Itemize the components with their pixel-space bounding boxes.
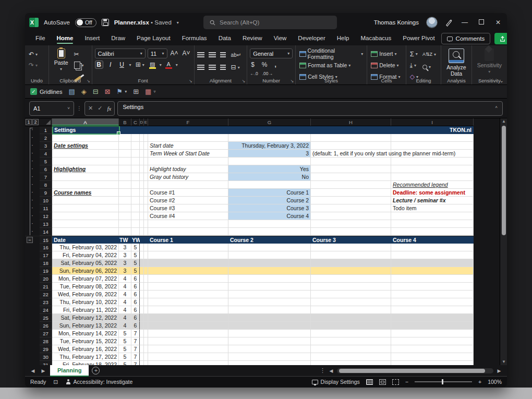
cell-H29[interactable]	[311, 345, 391, 353]
cell-I5[interactable]	[391, 158, 474, 165]
row-number-19[interactable]: 19	[40, 267, 52, 275]
horizontal-scroll-thumb[interactable]	[339, 369, 485, 373]
cell-F12[interactable]: Course #4	[148, 212, 228, 220]
row-number-21[interactable]: 21	[40, 283, 52, 291]
ribbon-tab-help[interactable]: Help	[332, 33, 355, 44]
cell-H4[interactable]: (default: 1, edit if you only start usin…	[311, 150, 391, 158]
merge-center-button[interactable]: ⊟ ▾	[230, 63, 241, 72]
cell-A22[interactable]: Wed, February 09, 2022	[52, 291, 119, 298]
cell-C23[interactable]: 6	[131, 298, 140, 306]
cell-C17[interactable]: 5	[131, 251, 140, 259]
cell-I14[interactable]	[391, 228, 474, 236]
row-number-30[interactable]: 30	[40, 353, 52, 361]
cell-G13[interactable]	[228, 220, 311, 228]
vertical-scrollbar[interactable]: ▲ ▼	[500, 118, 507, 365]
cell-B11[interactable]	[119, 204, 131, 212]
col-header-H[interactable]: H	[311, 118, 391, 126]
cell-G31[interactable]	[228, 361, 311, 365]
cell-E25[interactable]	[144, 314, 148, 322]
row-number-20[interactable]: 20	[40, 275, 52, 283]
normal-view-icon[interactable]	[366, 379, 373, 385]
maximize-button[interactable]	[477, 19, 486, 26]
cell-C2[interactable]	[131, 134, 140, 142]
cell-F29[interactable]	[148, 345, 228, 353]
cell-E10[interactable]	[144, 197, 148, 204]
cell-D28[interactable]	[140, 337, 144, 345]
ribbon-tab-macabacus[interactable]: Macabacus	[355, 33, 396, 44]
cell-A26[interactable]: Sun, February 13, 2022	[52, 322, 119, 330]
ribbon-tab-insert[interactable]: Insert	[79, 33, 105, 44]
find-select-button[interactable]: ▾	[421, 62, 437, 71]
cell-F27[interactable]	[148, 330, 228, 337]
cell-C18[interactable]: 5	[131, 259, 140, 267]
cell-C13[interactable]	[131, 220, 140, 228]
cell-D30[interactable]	[140, 353, 144, 361]
cell-I16[interactable]	[391, 244, 474, 251]
comments-button[interactable]: Comments	[441, 33, 491, 44]
cell-D22[interactable]	[140, 291, 144, 298]
cell-C24[interactable]: 6	[131, 306, 140, 314]
cell-F3[interactable]: Start date	[148, 142, 228, 150]
cell-I28[interactable]	[391, 337, 474, 345]
cell-G22[interactable]	[228, 291, 311, 298]
select-all-corner[interactable]	[40, 118, 52, 126]
cell-H17[interactable]	[311, 251, 391, 259]
row-number-8[interactable]: 8	[40, 181, 52, 189]
cell-C28[interactable]: 7	[131, 337, 140, 345]
hscroll-left-icon[interactable]: ◀	[328, 368, 335, 373]
cell-D4[interactable]	[140, 150, 144, 158]
cell-G24[interactable]	[228, 306, 311, 314]
cell-I21[interactable]	[391, 283, 474, 291]
cell-E2[interactable]	[144, 134, 148, 142]
scroll-down-icon[interactable]: ▼	[500, 359, 507, 365]
cell-C25[interactable]: 6	[131, 314, 140, 322]
cell-H8[interactable]	[311, 181, 391, 189]
cell-B10[interactable]	[119, 197, 131, 204]
cell-A5[interactable]	[52, 158, 119, 165]
excel-logo-icon[interactable]: X	[29, 18, 39, 27]
cell-A11[interactable]	[52, 204, 119, 212]
cell-G15[interactable]: Course 2	[228, 236, 311, 244]
borders-button[interactable]: ⊞ ▾	[135, 60, 146, 69]
outline-level-1[interactable]: 1	[26, 119, 32, 125]
cell-E14[interactable]	[144, 228, 148, 236]
font-size-combo[interactable]: 11▾	[148, 49, 167, 58]
cell-I29[interactable]	[391, 345, 474, 353]
currency-button[interactable]: $	[250, 60, 256, 69]
cell-C31[interactable]: 7	[131, 361, 140, 365]
cell-D23[interactable]	[140, 298, 144, 306]
cell-F14[interactable]	[148, 228, 228, 236]
col-header-E[interactable]: E	[144, 118, 148, 126]
cell-H26[interactable]	[311, 322, 391, 330]
format-as-table-button[interactable]: Format as Table ▾	[298, 61, 364, 70]
cell-C15[interactable]: YW	[131, 236, 140, 244]
cell-F15[interactable]: Course 1	[148, 236, 228, 244]
cell-G26[interactable]	[228, 322, 311, 330]
cell-B23[interactable]: 4	[119, 298, 131, 306]
row-number-1[interactable]: 1	[40, 126, 52, 134]
document-title[interactable]: Planner.xlsx • Saved	[114, 19, 172, 26]
row-number-14[interactable]: 14	[40, 228, 52, 236]
align-middle-icon[interactable]	[209, 52, 216, 58]
cell-I31[interactable]	[391, 361, 474, 365]
cell-E11[interactable]	[144, 204, 148, 212]
cancel-entry-button[interactable]: ✕	[88, 105, 93, 112]
ribbon-tab-formulas[interactable]: Formulas	[177, 33, 212, 44]
cell-E4[interactable]	[144, 150, 148, 158]
page-break-view-icon[interactable]	[392, 379, 399, 385]
clipboard-dialog-launcher[interactable]: ↘	[87, 79, 90, 83]
cell-E24[interactable]	[144, 306, 148, 314]
cell-A15[interactable]: Date	[52, 236, 119, 244]
cell-D10[interactable]	[140, 197, 144, 204]
cell-B27[interactable]: 5	[119, 330, 131, 337]
new-sheet-button[interactable]: +	[92, 367, 100, 374]
cell-C29[interactable]: 7	[131, 345, 140, 353]
insert-function-button[interactable]: fx	[107, 105, 111, 112]
cell-D5[interactable]	[140, 158, 144, 165]
ribbon-tab-view[interactable]: View	[269, 33, 292, 44]
cell-D11[interactable]	[140, 204, 144, 212]
cell-C14[interactable]	[131, 228, 140, 236]
cell-H16[interactable]	[311, 244, 391, 251]
cell-E17[interactable]	[144, 251, 148, 259]
cell-E27[interactable]	[144, 330, 148, 337]
